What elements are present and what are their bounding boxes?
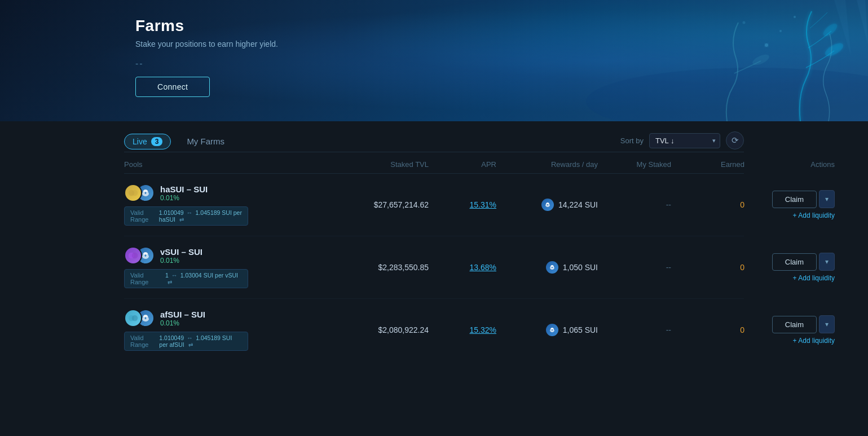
sui-reward-icon-afsui	[546, 324, 558, 336]
th-pools: Pools	[124, 160, 338, 169]
pool-name-vsui: vSUI – SUI	[160, 247, 202, 257]
pool-cell-vsui: vSUI – SUI 0.01% Valid Range 1 ↔ 1.03004…	[124, 246, 338, 288]
actions-vsui: Claim ▾ + Add liquidity	[744, 253, 835, 282]
pool-name-text-hasui: haSUI – SUI 0.01%	[160, 184, 208, 202]
refresh-button[interactable]: ⟳	[726, 131, 744, 149]
pool-fee-hasui: 0.01%	[160, 194, 208, 202]
hero-content: Farms Stake your positions to earn highe…	[0, 0, 868, 97]
pool-name-row-afsui: afSUI – SUI 0.01%	[124, 309, 338, 327]
main-content: Live 3 My Farms Sort by TVL ↓ APR ↓ Rewa…	[0, 121, 868, 436]
rewards-afsui: 1,065 SUI	[496, 324, 598, 336]
earned-afsui: 0	[671, 325, 744, 334]
svg-point-11	[132, 253, 138, 259]
claim-row-vsui: Claim ▾	[772, 253, 835, 271]
hero-section: Farms Stake your positions to earn highe…	[0, 0, 868, 121]
earned-vsui: 0	[671, 263, 744, 272]
svg-point-13	[132, 315, 138, 322]
actions-hasui: Claim ▾ + Add liquidity	[744, 190, 835, 219]
my-staked-hasui: --	[598, 200, 671, 209]
apr-hasui[interactable]: 15.31%	[429, 200, 496, 209]
th-rewards-day: Rewards / day	[496, 160, 598, 169]
rewards-vsui: 1,050 SUI	[496, 261, 598, 274]
valid-range-badge-vsui: Valid Range 1 ↔ 1.03004 SUI per vSUI ⇄	[124, 269, 248, 288]
th-apr: APR	[429, 160, 496, 169]
actions-afsui: Claim ▾ + Add liquidity	[744, 315, 835, 345]
dropdown-button-hasui[interactable]: ▾	[819, 190, 835, 208]
tab-live-label: Live	[133, 137, 147, 146]
pool-name-row-hasui: haSUI – SUI 0.01%	[124, 184, 338, 202]
token-icon-vsui	[124, 246, 142, 265]
valid-range-label-afsui: Valid Range	[130, 334, 156, 348]
connect-button[interactable]: Connect	[135, 77, 210, 97]
claim-button-vsui[interactable]: Claim	[772, 253, 817, 271]
pool-icons-vsui	[124, 246, 155, 265]
farm-row-vsui-sui: vSUI – SUI 0.01% Valid Range 1 ↔ 1.03004…	[124, 236, 744, 299]
rewards-amount-hasui: 14,224 SUI	[558, 200, 598, 209]
staked-tvl-hasui: $27,657,214.62	[338, 200, 429, 209]
th-staked-tvl: Staked TVL	[338, 160, 429, 169]
hero-subtitle: Stake your positions to earn higher yiel…	[135, 39, 868, 49]
staked-tvl-vsui: $2,283,550.85	[338, 263, 429, 272]
valid-range-values-vsui: 1 ↔ 1.03004 SUI per vSUI ⇄	[165, 272, 242, 285]
pool-fee-vsui: 0.01%	[160, 257, 202, 265]
tab-live-badge: 3	[151, 137, 163, 146]
claim-button-hasui[interactable]: Claim	[772, 191, 817, 208]
dropdown-button-afsui[interactable]: ▾	[819, 315, 835, 333]
apr-vsui[interactable]: 13.68%	[429, 263, 496, 272]
pool-name-afsui: afSUI – SUI	[160, 310, 205, 319]
th-actions: Actions	[744, 160, 835, 169]
pool-cell-afsui: afSUI – SUI 0.01% Valid Range 1.010049 ↔…	[124, 309, 338, 351]
valid-range-label-vsui: Valid Range	[130, 272, 162, 285]
rewards-amount-vsui: 1,050 SUI	[563, 263, 598, 272]
apr-afsui[interactable]: 15.32%	[429, 325, 496, 334]
pool-icons-afsui	[124, 309, 155, 327]
tab-myfarms[interactable]: My Farms	[187, 136, 224, 147]
th-earned: Earned	[671, 160, 744, 169]
rewards-amount-afsui: 1,065 SUI	[563, 325, 598, 334]
pool-name-row-vsui: vSUI – SUI 0.01%	[124, 246, 338, 265]
dropdown-button-vsui[interactable]: ▾	[819, 253, 835, 271]
th-my-staked: My Staked	[598, 160, 671, 169]
valid-range-badge-afsui: Valid Range 1.010049 ↔ 1.045189 SUI per …	[124, 332, 248, 351]
tab-live[interactable]: Live 3	[124, 134, 171, 149]
pool-name-text-afsui: afSUI – SUI 0.01%	[160, 310, 205, 327]
add-liquidity-vsui[interactable]: + Add liquidity	[793, 274, 835, 282]
valid-range-badge-hasui: Valid Range 1.010049 ↔ 1.045189 SUI per …	[124, 206, 248, 226]
pool-icons-hasui	[124, 184, 155, 202]
token-icon-afsui	[124, 309, 142, 327]
claim-button-afsui[interactable]: Claim	[772, 316, 817, 333]
valid-range-values-hasui: 1.010049 ↔ 1.045189 SUI per haSUI ⇄	[159, 209, 242, 223]
sui-reward-icon-vsui	[546, 261, 558, 274]
add-liquidity-afsui[interactable]: + Add liquidity	[793, 337, 835, 345]
hero-dash: --	[135, 59, 868, 69]
svg-point-9	[132, 190, 138, 196]
my-staked-afsui: --	[598, 325, 671, 334]
pool-fee-afsui: 0.01%	[160, 319, 205, 327]
farm-row-hasui-sui: haSUI – SUI 0.01% Valid Range 1.010049 ↔…	[124, 174, 744, 236]
staked-tvl-afsui: $2,080,922.24	[338, 325, 429, 334]
sort-label: Sort by	[620, 136, 644, 145]
table-header: Pools Staked TVL APR Rewards / day My St…	[124, 152, 744, 174]
sui-reward-icon-hasui	[541, 199, 554, 211]
rewards-hasui: 14,224 SUI	[496, 199, 598, 211]
tabs-row: Live 3 My Farms Sort by TVL ↓ APR ↓ Rewa…	[124, 121, 744, 152]
sort-controls: Sort by TVL ↓ APR ↓ Rewards/day ↓ ⟳	[620, 131, 744, 149]
claim-row-hasui: Claim ▾	[772, 190, 835, 208]
token-icon-hasui	[124, 184, 142, 202]
valid-range-label-hasui: Valid Range	[130, 209, 156, 223]
pool-name-hasui: haSUI – SUI	[160, 184, 208, 194]
pool-name-text-vsui: vSUI – SUI 0.01%	[160, 247, 202, 265]
sort-select-wrapper: TVL ↓ APR ↓ Rewards/day ↓	[649, 133, 720, 148]
farm-row-afsui-sui: afSUI – SUI 0.01% Valid Range 1.010049 ↔…	[124, 299, 744, 361]
my-staked-vsui: --	[598, 263, 671, 272]
claim-row-afsui: Claim ▾	[772, 315, 835, 333]
pool-cell-hasui: haSUI – SUI 0.01% Valid Range 1.010049 ↔…	[124, 184, 338, 226]
page-title: Farms	[135, 17, 868, 35]
earned-hasui: 0	[671, 200, 744, 209]
valid-range-values-afsui: 1.010049 ↔ 1.045189 SUI per afSUI ⇄	[159, 334, 242, 348]
add-liquidity-hasui[interactable]: + Add liquidity	[793, 212, 835, 219]
sort-select[interactable]: TVL ↓ APR ↓ Rewards/day ↓	[649, 133, 720, 148]
